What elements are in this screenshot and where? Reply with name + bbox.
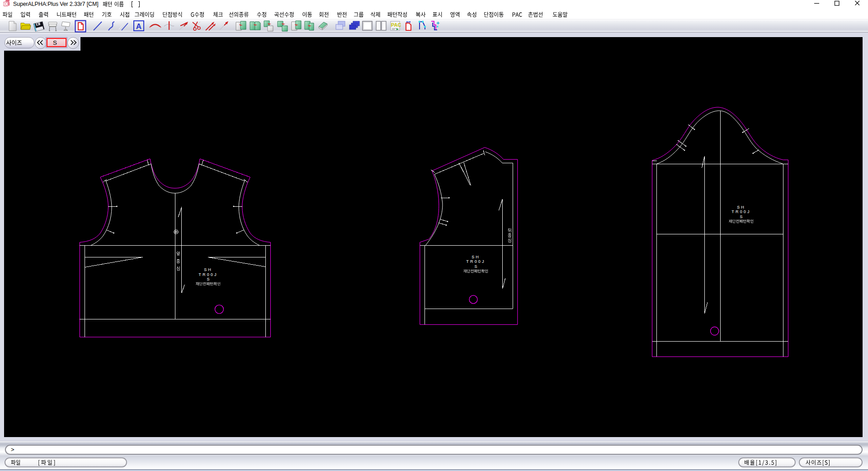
svg-text:SH: SH (472, 255, 480, 259)
svg-text:S: S (740, 214, 742, 219)
svg-text:SH: SH (204, 267, 212, 272)
svg-text:S: S (474, 264, 477, 269)
svg-text:TR00J: TR00J (198, 272, 218, 277)
svg-text:TR00J: TR00J (466, 259, 486, 264)
svg-text:S: S (53, 39, 57, 46)
svg-text:TR00J: TR00J (731, 209, 751, 214)
svg-text:S: S (207, 277, 209, 281)
svg-text:SH: SH (737, 205, 745, 209)
